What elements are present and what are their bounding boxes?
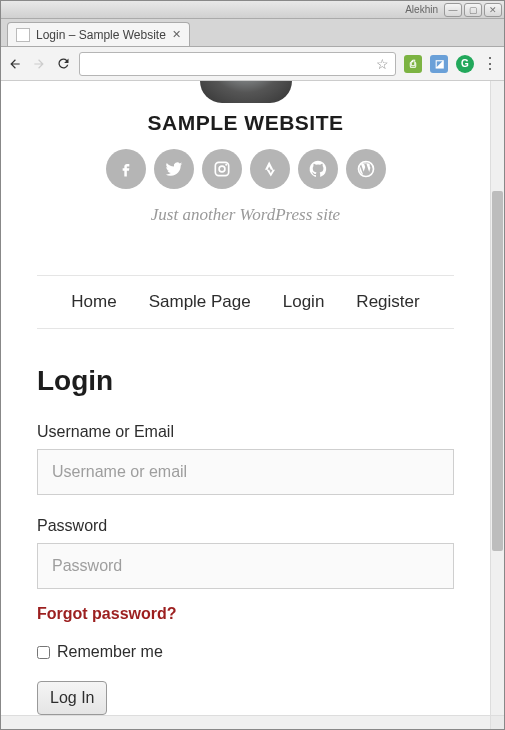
github-icon[interactable] (298, 149, 338, 189)
vertical-scrollbar-thumb[interactable] (492, 191, 503, 551)
horizontal-scrollbar-track[interactable] (1, 715, 490, 729)
social-icons-row (37, 149, 454, 189)
window-maximize-button[interactable]: ▢ (464, 3, 482, 17)
reload-button[interactable] (55, 56, 71, 72)
password-input[interactable] (37, 543, 454, 589)
extension-icon-2[interactable]: ◪ (430, 55, 448, 73)
browser-tab-strip: Login – Sample Website ✕ (1, 19, 504, 47)
app-window: Alekhin — ▢ ✕ Login – Sample Website ✕ ☆… (0, 0, 505, 730)
vertical-scrollbar-track[interactable] (490, 81, 504, 715)
os-titlebar: Alekhin — ▢ ✕ (1, 1, 504, 19)
arrow-left-icon (8, 57, 22, 71)
login-form: Username or Email Password Forgot passwo… (37, 423, 454, 715)
remember-me-row[interactable]: Remember me (37, 643, 454, 661)
forgot-password-link[interactable]: Forgot password? (37, 605, 454, 623)
window-minimize-button[interactable]: — (444, 3, 462, 17)
tab-close-icon[interactable]: ✕ (172, 28, 181, 41)
login-button[interactable]: Log In (37, 681, 107, 715)
page-icon (16, 28, 30, 42)
reload-icon (56, 56, 71, 71)
nav-login[interactable]: Login (283, 292, 325, 312)
site-tagline: Just another WordPress site (37, 205, 454, 225)
page-title: Login (37, 365, 454, 397)
nav-sample-page[interactable]: Sample Page (149, 292, 251, 312)
nav-register[interactable]: Register (356, 292, 419, 312)
address-input[interactable] (86, 54, 376, 74)
twitter-icon[interactable] (154, 149, 194, 189)
address-bar[interactable]: ☆ (79, 52, 396, 76)
facebook-icon[interactable] (106, 149, 146, 189)
primary-nav: Home Sample Page Login Register (37, 275, 454, 329)
browser-toolbar: ☆ ⎙ ◪ G ⋮ (1, 47, 504, 81)
username-input[interactable] (37, 449, 454, 495)
instagram-icon[interactable] (202, 149, 242, 189)
site-title: SAMPLE WEBSITE (37, 111, 454, 135)
nav-home[interactable]: Home (71, 292, 116, 312)
extension-icon-1[interactable]: ⎙ (404, 55, 422, 73)
extension-icon-3[interactable]: G (456, 55, 474, 73)
page-viewport: SAMPLE WEBSITE Just another WordPress si… (1, 81, 504, 729)
username-label: Username or Email (37, 423, 454, 441)
tab-title: Login – Sample Website (36, 28, 166, 42)
site-logo (200, 81, 292, 103)
browser-menu-button[interactable]: ⋮ (482, 54, 498, 73)
remember-me-checkbox[interactable] (37, 646, 50, 659)
remember-me-label: Remember me (57, 643, 163, 661)
browser-tab[interactable]: Login – Sample Website ✕ (7, 22, 190, 46)
os-window-title: Alekhin (3, 4, 442, 15)
page-content: SAMPLE WEBSITE Just another WordPress si… (1, 81, 490, 715)
back-button[interactable] (7, 56, 23, 72)
arrow-right-icon (32, 57, 46, 71)
svg-point-2 (225, 164, 227, 166)
forward-button[interactable] (31, 56, 47, 72)
bookmark-star-icon[interactable]: ☆ (376, 56, 389, 72)
svg-point-1 (219, 166, 225, 172)
strava-icon[interactable] (250, 149, 290, 189)
password-label: Password (37, 517, 454, 535)
wordpress-icon[interactable] (346, 149, 386, 189)
scrollbar-corner (490, 715, 504, 729)
window-close-button[interactable]: ✕ (484, 3, 502, 17)
